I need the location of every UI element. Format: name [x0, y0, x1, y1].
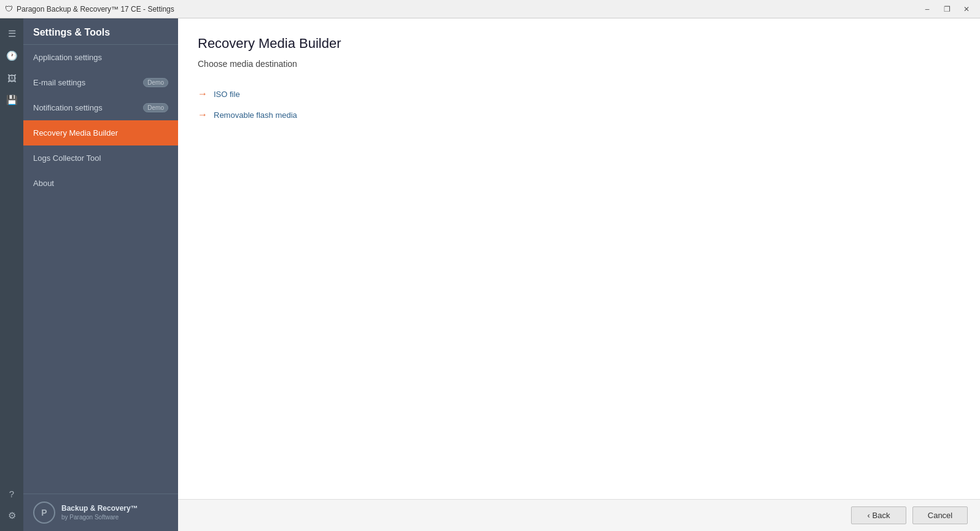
minimize-button[interactable]: –: [919, 2, 936, 16]
content-area: Recovery Media Builder Choose media dest…: [178, 18, 980, 499]
iso-file-arrow-icon: →: [198, 88, 208, 99]
iso-file-option[interactable]: → ISO file: [198, 83, 960, 104]
help-icon[interactable]: ?: [1, 483, 22, 504]
sidebar-item-about-label: About: [33, 179, 168, 188]
removable-flash-media-arrow-icon: →: [198, 109, 208, 120]
close-button[interactable]: ✕: [958, 2, 975, 16]
app-icon: 🛡: [5, 4, 13, 14]
product-sub: by Paragon Software: [61, 513, 138, 522]
nav-sidebar: Settings & Tools Application settings E-…: [23, 18, 178, 531]
page-title: Recovery Media Builder: [198, 36, 960, 52]
sidebar-item-app-settings-label: Application settings: [33, 53, 168, 62]
product-info-block: Backup & Recovery™ by Paragon Software: [61, 503, 138, 522]
title-bar-controls: – ❐ ✕: [919, 2, 975, 16]
icon-strip-bottom: ? ⚙: [1, 483, 22, 531]
monitor-icon[interactable]: 🖼: [1, 68, 22, 88]
removable-flash-media-label: Removable flash media: [214, 110, 297, 120]
sidebar-item-recovery-media-builder[interactable]: Recovery Media Builder: [23, 120, 178, 145]
sidebar-item-notification-settings-label: Notification settings: [33, 103, 143, 112]
product-name: Backup & Recovery™: [61, 503, 138, 514]
window-title: Paragon Backup & Recovery™ 17 CE - Setti…: [17, 5, 174, 14]
icon-strip: ☰ 🕐 🖼 💾 ? ⚙: [0, 18, 23, 531]
sidebar-item-app-settings[interactable]: Application settings: [23, 45, 178, 70]
cancel-button[interactable]: Cancel: [912, 506, 968, 524]
app-body: ☰ 🕐 🖼 💾 ? ⚙ Settings & Tools Application…: [0, 18, 980, 531]
sidebar-item-about[interactable]: About: [23, 171, 178, 196]
sidebar-item-logs-collector-tool-label: Logs Collector Tool: [33, 153, 168, 163]
history-icon[interactable]: 🕐: [1, 45, 22, 66]
sidebar-item-recovery-media-builder-label: Recovery Media Builder: [33, 128, 168, 138]
hamburger-icon[interactable]: ☰: [1, 23, 22, 44]
sidebar-heading: Settings & Tools: [23, 18, 178, 45]
back-button[interactable]: ‹ Back: [851, 506, 906, 524]
main-content: Recovery Media Builder Choose media dest…: [178, 18, 980, 531]
restore-button[interactable]: ❐: [938, 2, 955, 16]
title-bar-left: 🛡 Paragon Backup & Recovery™ 17 CE - Set…: [5, 4, 174, 14]
page-subtitle: Choose media destination: [198, 59, 960, 69]
sidebar-item-notification-settings[interactable]: Notification settings Demo: [23, 95, 178, 120]
notification-settings-demo-badge: Demo: [143, 103, 168, 112]
settings-icon[interactable]: ⚙: [1, 505, 22, 526]
sidebar-product-info: P Backup & Recovery™ by Paragon Software: [23, 494, 178, 531]
sidebar-item-email-settings-label: E-mail settings: [33, 78, 143, 87]
drive-icon[interactable]: 💾: [1, 90, 22, 110]
footer: ‹ Back Cancel: [178, 499, 980, 531]
sidebar-item-logs-collector-tool[interactable]: Logs Collector Tool: [23, 145, 178, 171]
email-settings-demo-badge: Demo: [143, 78, 168, 87]
sidebar-item-email-settings[interactable]: E-mail settings Demo: [23, 70, 178, 95]
title-bar: 🛡 Paragon Backup & Recovery™ 17 CE - Set…: [0, 0, 980, 18]
icon-strip-top: ☰ 🕐 🖼 💾: [1, 23, 22, 481]
removable-flash-media-option[interactable]: → Removable flash media: [198, 104, 960, 125]
product-logo: P: [33, 502, 55, 524]
iso-file-label: ISO file: [214, 90, 240, 99]
